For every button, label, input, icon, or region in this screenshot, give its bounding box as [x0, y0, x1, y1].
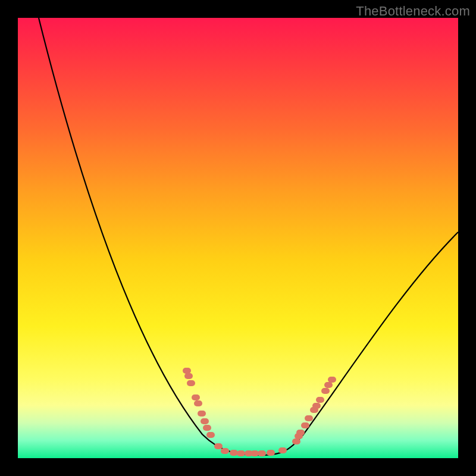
- marker-dot: [192, 394, 200, 400]
- marker-dot: [206, 432, 215, 438]
- marker-dot: [267, 450, 275, 456]
- watermark-text: TheBottleneck.com: [356, 4, 470, 19]
- marker-dot: [203, 425, 211, 431]
- marker-dot: [278, 447, 287, 453]
- marker-dot: [305, 415, 313, 421]
- marker-dot: [230, 450, 238, 456]
- marker-dot: [237, 450, 245, 456]
- marker-dot: [184, 373, 193, 379]
- marker-dot: [221, 448, 229, 454]
- chart-frame: [18, 18, 458, 458]
- marker-dot: [183, 368, 191, 374]
- marker-dot: [214, 443, 223, 449]
- marker-dot: [301, 422, 309, 428]
- marker-dot: [312, 403, 321, 409]
- marker-dot: [296, 430, 305, 436]
- marker-dot: [258, 450, 266, 456]
- marker-dot: [321, 388, 330, 394]
- marker-dot: [316, 397, 324, 403]
- marker-dot: [201, 418, 209, 424]
- marker-dot: [198, 411, 206, 416]
- bottleneck-curve: [39, 18, 458, 455]
- marker-dot: [187, 380, 195, 386]
- chart-svg: [18, 18, 458, 458]
- marker-dots: [183, 368, 336, 456]
- marker-dot: [194, 400, 202, 406]
- marker-dot: [328, 377, 336, 383]
- marker-dot: [250, 450, 259, 456]
- marker-dot: [292, 439, 300, 444]
- marker-dot: [324, 382, 333, 388]
